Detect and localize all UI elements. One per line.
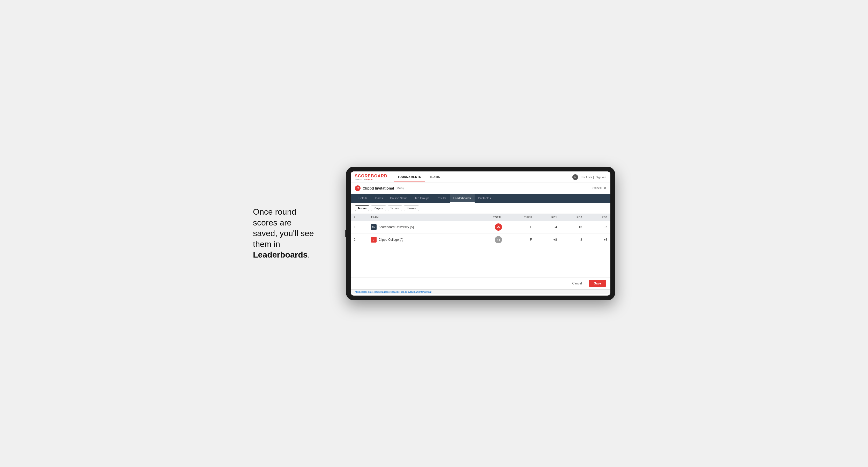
team-2-rd2: -8 — [560, 234, 585, 246]
team-2-rd1: +8 — [535, 234, 560, 246]
tab-details[interactable]: Details — [355, 194, 371, 203]
leaderboard-table: # TEAM TOTAL THRU RD1 RD2 RD3 1 — [351, 214, 610, 246]
team-1-cell: SU Scoreboard University [A] — [368, 221, 473, 234]
filter-scores[interactable]: Scores — [388, 205, 402, 211]
team-2-row: C Clippd College [A] — [371, 237, 470, 243]
team-1-thru: F — [505, 221, 535, 234]
user-name: Test User | — [580, 176, 594, 179]
app-header: SCOREBOARD Powered by clippd TOURNAMENTS… — [351, 172, 610, 183]
team-2-total-badge: +3 — [495, 236, 502, 243]
tournament-gender: (Men) — [396, 186, 403, 190]
team-1-name: Scoreboard University [A] — [379, 225, 414, 229]
col-rd1: RD1 — [535, 214, 560, 221]
url-bar: https://stage-blue-coach.stagescoreboard… — [351, 289, 610, 294]
team-1-total-badge: -5 — [495, 223, 502, 231]
table-spacer — [351, 246, 610, 277]
team-1-logo: SU — [371, 224, 377, 230]
user-avatar: S — [572, 174, 578, 180]
logo-powered: Powered by clippd — [355, 179, 388, 181]
tournament-cancel-button[interactable]: Cancel ✕ — [593, 186, 606, 190]
tab-course-setup[interactable]: Course Setup — [386, 194, 411, 203]
sign-out-link[interactable]: Sign out — [596, 176, 606, 179]
team-2-rd3: +3 — [585, 234, 610, 246]
filter-players[interactable]: Players — [371, 205, 386, 211]
rank-1: 1 — [351, 221, 368, 234]
tournament-header: C Clippd Invitational (Men) Cancel ✕ — [351, 183, 610, 194]
nav-tournaments[interactable]: TOURNAMENTS — [394, 172, 426, 182]
col-rd2: RD2 — [560, 214, 585, 221]
team-1-rd1: -4 — [535, 221, 560, 234]
tournament-icon: C — [355, 185, 361, 191]
col-thru: THRU — [505, 214, 535, 221]
header-nav: TOURNAMENTS TEAMS — [394, 172, 572, 182]
tab-tee-groups[interactable]: Tee Groups — [411, 194, 433, 203]
logo-area: SCOREBOARD Powered by clippd — [355, 174, 388, 181]
left-description: Once round scores are saved, you'll see … — [253, 207, 331, 260]
col-total: TOTAL — [473, 214, 505, 221]
col-rank: # — [351, 214, 368, 221]
app-footer: Cancel Save — [351, 277, 610, 289]
tab-teams[interactable]: Teams — [371, 194, 386, 203]
rank-2: 2 — [351, 234, 368, 246]
header-right: S Test User | Sign out — [572, 174, 606, 180]
filter-strokes[interactable]: Strokes — [404, 205, 419, 211]
cancel-button[interactable]: Cancel — [568, 280, 586, 287]
col-team: TEAM — [368, 214, 473, 221]
leaderboard-table-area: # TEAM TOTAL THRU RD1 RD2 RD3 1 — [351, 214, 610, 277]
logo-text: SCOREBOARD — [355, 174, 388, 179]
tablet-frame: SCOREBOARD Powered by clippd TOURNAMENTS… — [346, 167, 615, 300]
tab-printables[interactable]: Printables — [475, 194, 495, 203]
tablet-side-button — [345, 229, 346, 238]
tab-leaderboards[interactable]: Leaderboards — [450, 194, 475, 203]
team-2-thru: F — [505, 234, 535, 246]
tab-results[interactable]: Results — [433, 194, 450, 203]
team-2-name: Clippd College [A] — [379, 238, 403, 242]
team-1-row: SU Scoreboard University [A] — [371, 224, 470, 230]
table-row: 1 SU Scoreboard University [A] -5 F — [351, 221, 610, 234]
team-2-cell: C Clippd College [A] — [368, 234, 473, 246]
filter-bar: Teams Players Scores Strokes — [351, 203, 610, 214]
save-button[interactable]: Save — [589, 280, 606, 287]
col-rd3: RD3 — [585, 214, 610, 221]
team-1-rd2: +5 — [560, 221, 585, 234]
team-1-rd3: -6 — [585, 221, 610, 234]
nav-teams[interactable]: TEAMS — [425, 172, 444, 182]
team-2-logo: C — [371, 237, 377, 243]
tournament-name: Clippd Invitational — [363, 186, 394, 190]
table-header-row: # TEAM TOTAL THRU RD1 RD2 RD3 — [351, 214, 610, 221]
table-row: 2 C Clippd College [A] +3 F — [351, 234, 610, 246]
tablet-screen: SCOREBOARD Powered by clippd TOURNAMENTS… — [351, 172, 610, 295]
sub-nav: Details Teams Course Setup Tee Groups Re… — [351, 194, 610, 203]
filter-teams[interactable]: Teams — [355, 205, 369, 211]
team-1-total: -5 — [473, 221, 505, 234]
team-2-total: +3 — [473, 234, 505, 246]
